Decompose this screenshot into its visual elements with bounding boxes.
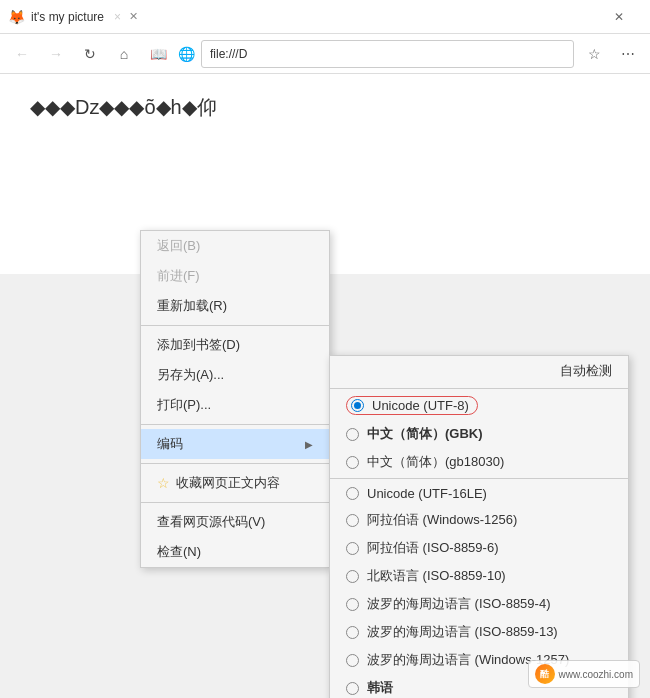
- radio-iso8859-13: [346, 626, 359, 639]
- watermark-logo-text: 酷: [540, 668, 549, 681]
- watermark-site: www.coozhi.com: [559, 669, 633, 680]
- window-close-btn[interactable]: ✕: [596, 0, 642, 34]
- menu-item-saveas[interactable]: 另存为(A)...: [141, 360, 329, 390]
- reload-label: 重新加载(R): [157, 297, 227, 315]
- radio-iso8859-4: [346, 598, 359, 611]
- title-bar: 🦊 it's my picture × ✕ ✕: [0, 0, 650, 34]
- enc-label-korean: 韩语: [367, 679, 393, 697]
- globe-icon: 🌐: [178, 46, 195, 62]
- menu-sep-4: [141, 502, 329, 503]
- watermark: 酷 www.coozhi.com: [528, 660, 640, 688]
- title-bar-left: 🦊 it's my picture × ✕: [8, 9, 596, 25]
- menu-item-inspect[interactable]: 检查(N): [141, 537, 329, 567]
- context-menu: 返回(B) 前进(F) 重新加载(R) 添加到书签(D) 另存为(A)... 打…: [140, 230, 330, 568]
- page-text: ◆◆◆Dz◆◆◆õ◆h◆仰: [30, 96, 217, 118]
- enc-item-iso8859-4[interactable]: 波罗的海周边语言 (ISO-8859-4): [330, 590, 628, 618]
- enc-item-iso8859-13[interactable]: 波罗的海周边语言 (ISO-8859-13): [330, 618, 628, 646]
- enc-item-gb18030[interactable]: 中文（简体）(gb18030): [330, 448, 628, 476]
- radio-gbk: [346, 428, 359, 441]
- radio-gb18030: [346, 456, 359, 469]
- radio-win1256: [346, 514, 359, 527]
- encoding-label: 编码: [157, 435, 183, 453]
- encoding-arrow-icon: ▶: [305, 439, 313, 450]
- back-button[interactable]: ←: [8, 40, 36, 68]
- enc-label-iso8859-6: 阿拉伯语 (ISO-8859-6): [367, 539, 498, 557]
- tab-close[interactable]: ✕: [129, 10, 138, 23]
- radio-iso8859-6: [346, 542, 359, 555]
- radio-utf16le: [346, 487, 359, 500]
- title-separator: ×: [114, 10, 121, 24]
- menu-item-favorites[interactable]: ☆ 收藏网页正文内容: [141, 468, 329, 498]
- menu-sep-2: [141, 424, 329, 425]
- menu-item-encoding[interactable]: 编码 ▶: [141, 429, 329, 459]
- bookmark-label: 添加到书签(D): [157, 336, 240, 354]
- title-text: it's my picture: [31, 10, 104, 24]
- favorites-label: 收藏网页正文内容: [176, 474, 280, 492]
- menu-item-forward[interactable]: 前进(F): [141, 261, 329, 291]
- menu-item-bookmark[interactable]: 添加到书签(D): [141, 330, 329, 360]
- radio-iso8859-10: [346, 570, 359, 583]
- radio-win1257: [346, 654, 359, 667]
- watermark-inner: 酷 www.coozhi.com: [528, 660, 640, 688]
- address-input[interactable]: [201, 40, 574, 68]
- radio-utf8: [351, 399, 364, 412]
- star-icon: ☆: [157, 475, 170, 491]
- enc-label-win1256: 阿拉伯语 (Windows-1256): [367, 511, 517, 529]
- address-bar: ← → ↻ ⌂ 📖 🌐 ☆ ⋯: [0, 34, 650, 74]
- encoding-submenu: 自动检测 Unicode (UTF-8) 中文（简体）(GBK) 中文（简体）(…: [329, 355, 629, 698]
- star-button[interactable]: ☆: [580, 40, 608, 68]
- home-button[interactable]: ⌂: [110, 40, 138, 68]
- menu-sep-3: [141, 463, 329, 464]
- enc-label-gbk: 中文（简体）(GBK): [367, 425, 483, 443]
- browser-icon: 🦊: [8, 9, 25, 25]
- forward-button[interactable]: →: [42, 40, 70, 68]
- menu-sep-1: [141, 325, 329, 326]
- reading-view-button[interactable]: 📖: [144, 40, 172, 68]
- enc-label-utf16le: Unicode (UTF-16LE): [367, 486, 487, 501]
- menu-item-back[interactable]: 返回(B): [141, 231, 329, 261]
- settings-button[interactable]: ⋯: [614, 40, 642, 68]
- enc-item-utf16le[interactable]: Unicode (UTF-16LE): [330, 481, 628, 506]
- enc-item-win1256[interactable]: 阿拉伯语 (Windows-1256): [330, 506, 628, 534]
- refresh-button[interactable]: ↻: [76, 40, 104, 68]
- back-label: 返回(B): [157, 237, 200, 255]
- enc-label-iso8859-4: 波罗的海周边语言 (ISO-8859-4): [367, 595, 550, 613]
- menu-item-viewsource[interactable]: 查看网页源代码(V): [141, 507, 329, 537]
- saveas-label: 另存为(A)...: [157, 366, 224, 384]
- submenu-sep-top: [330, 388, 628, 389]
- menu-item-reload[interactable]: 重新加载(R): [141, 291, 329, 321]
- enc-label-iso8859-10: 北欧语言 (ISO-8859-10): [367, 567, 506, 585]
- inspect-label: 检查(N): [157, 543, 201, 561]
- enc-item-iso8859-10[interactable]: 北欧语言 (ISO-8859-10): [330, 562, 628, 590]
- auto-detect-label: 自动检测: [330, 356, 628, 386]
- enc-label-iso8859-13: 波罗的海周边语言 (ISO-8859-13): [367, 623, 558, 641]
- print-label: 打印(P)...: [157, 396, 211, 414]
- viewsource-label: 查看网页源代码(V): [157, 513, 265, 531]
- enc-item-utf8[interactable]: Unicode (UTF-8): [330, 391, 628, 420]
- enc-item-iso8859-6[interactable]: 阿拉伯语 (ISO-8859-6): [330, 534, 628, 562]
- forward-label: 前进(F): [157, 267, 200, 285]
- enc-label-utf8: Unicode (UTF-8): [372, 398, 469, 413]
- enc-item-gbk[interactable]: 中文（简体）(GBK): [330, 420, 628, 448]
- submenu-sep-1: [330, 478, 628, 479]
- radio-korean: [346, 682, 359, 695]
- enc-label-gb18030: 中文（简体）(gb18030): [367, 453, 504, 471]
- menu-item-print[interactable]: 打印(P)...: [141, 390, 329, 420]
- watermark-logo: 酷: [535, 664, 555, 684]
